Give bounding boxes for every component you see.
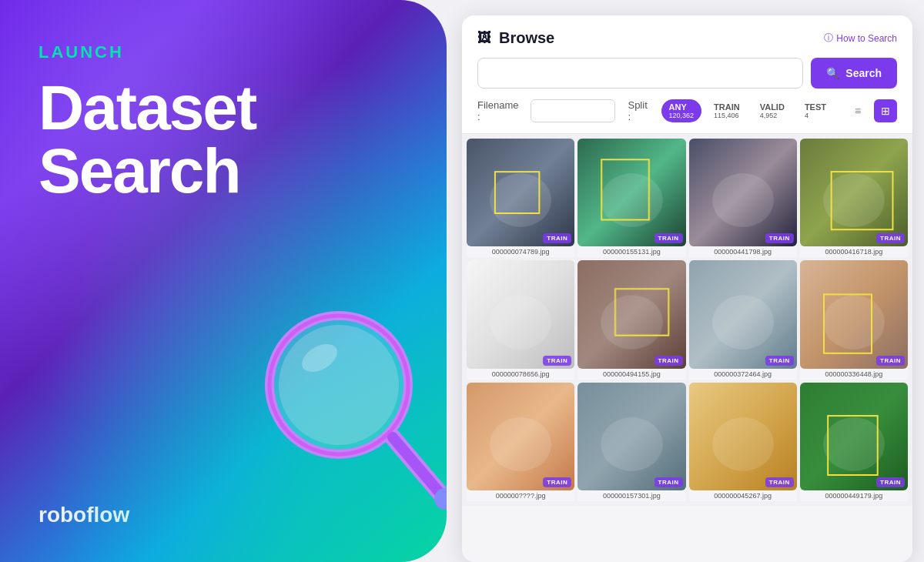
image-filename: 000000078656.jpg [467, 369, 574, 380]
title-line2: Search [38, 135, 240, 206]
magnifier-illustration [246, 300, 447, 516]
image-cell[interactable]: TRAIN [689, 260, 797, 368]
image-item[interactable]: TRAIN000000045267.jpg [689, 383, 797, 501]
image-grid: TRAIN000000074789.jpgTRAIN000000155131.j… [462, 134, 912, 506]
launch-label: LAUNCH [38, 42, 408, 62]
right-panel: 🖼 Browse ⓘ How to Search 🔍 Search Filena… [400, 0, 924, 562]
image-filename: 000000372464.jpg [689, 369, 797, 380]
search-icon: 🔍 [826, 67, 839, 79]
filters-row: Filename : Split : ANY120,362 TRAIN115,4… [477, 99, 897, 133]
train-badge: TRAIN [543, 356, 571, 366]
browse-title: 🖼 Browse [477, 29, 554, 47]
image-item[interactable]: TRAIN000000078656.jpg [467, 260, 574, 379]
image-cell[interactable]: TRAIN [467, 260, 574, 368]
browse-icon: 🖼 [477, 30, 491, 46]
train-badge: TRAIN [765, 233, 794, 243]
split-options: ANY120,362 TRAIN115,406 VALID4,952 TEST4 [661, 99, 834, 122]
left-panel: LAUNCH Dataset Search roboflow [0, 0, 447, 562]
image-cell[interactable]: TRAIN [800, 260, 908, 368]
image-item[interactable]: TRAIN000000372464.jpg [689, 260, 797, 379]
image-item[interactable]: TRAIN000000416718.jpg [800, 139, 908, 257]
search-input[interactable] [477, 58, 803, 89]
image-filename: 000000045267.jpg [689, 490, 797, 501]
train-badge: TRAIN [654, 233, 683, 243]
image-cell[interactable]: TRAIN [578, 139, 685, 246]
image-cell[interactable]: TRAIN [800, 139, 908, 246]
image-filename: 000000074789.jpg [467, 246, 574, 257]
filename-label: Filename : [477, 99, 518, 122]
image-cell[interactable]: TRAIN [467, 383, 574, 490]
image-item[interactable]: TRAIN000000157301.jpg [578, 383, 685, 501]
train-badge: TRAIN [876, 356, 905, 366]
svg-line-4 [393, 437, 443, 497]
search-button[interactable]: 🔍 Search [811, 58, 897, 89]
image-filename: 000000449179.jpg [800, 490, 908, 501]
split-label: Split : [628, 99, 648, 122]
image-filename: 000000416718.jpg [800, 246, 908, 257]
title-line1: Dataset [38, 72, 256, 142]
split-any[interactable]: ANY120,362 [661, 99, 702, 122]
main-title: Dataset Search [38, 76, 408, 202]
train-badge: TRAIN [765, 477, 794, 487]
image-item[interactable]: TRAIN000000155131.jpg [578, 139, 685, 257]
roboflow-brand: roboflow [38, 503, 129, 527]
image-filename: 000000336448.jpg [800, 369, 908, 380]
image-cell[interactable]: TRAIN [578, 260, 685, 368]
image-filename: 000000155131.jpg [578, 246, 685, 257]
svg-point-1 [279, 325, 399, 445]
how-to-search-link[interactable]: ⓘ How to Search [824, 32, 897, 45]
view-toggles: ≡ ⊞ [846, 99, 897, 122]
image-cell[interactable]: TRAIN [578, 383, 685, 490]
image-item[interactable]: TRAIN000000074789.jpg [467, 139, 574, 257]
split-train[interactable]: TRAIN115,406 [706, 99, 748, 122]
split-valid[interactable]: VALID4,952 [752, 99, 792, 122]
list-view-toggle[interactable]: ≡ [846, 99, 869, 122]
image-cell[interactable]: TRAIN [689, 383, 797, 490]
image-item[interactable]: TRAIN000000336448.jpg [800, 260, 908, 379]
image-filename: 000000494155.jpg [578, 369, 685, 380]
browser-window: 🖼 Browse ⓘ How to Search 🔍 Search Filena… [462, 15, 912, 562]
image-filename: 000000157301.jpg [578, 490, 685, 501]
image-item[interactable]: TRAIN000000441798.jpg [689, 139, 797, 257]
help-icon: ⓘ [824, 32, 833, 45]
train-badge: TRAIN [543, 233, 571, 243]
image-cell[interactable]: TRAIN [689, 139, 797, 246]
image-item[interactable]: TRAIN000000????.jpg [467, 383, 574, 501]
filename-input[interactable] [531, 99, 615, 122]
image-cell[interactable]: TRAIN [467, 139, 574, 246]
image-cell[interactable]: TRAIN [800, 383, 908, 490]
train-badge: TRAIN [543, 477, 571, 487]
image-item[interactable]: TRAIN000000449179.jpg [800, 383, 908, 501]
train-badge: TRAIN [765, 356, 794, 366]
train-badge: TRAIN [876, 233, 905, 243]
split-test[interactable]: TEST4 [797, 99, 834, 122]
image-filename: 000000441798.jpg [689, 246, 797, 257]
search-bar-row: 🔍 Search [477, 58, 897, 89]
train-badge: TRAIN [654, 356, 683, 366]
grid-view-toggle[interactable]: ⊞ [874, 99, 897, 122]
train-badge: TRAIN [654, 477, 683, 487]
train-badge: TRAIN [876, 477, 905, 487]
browse-header: 🖼 Browse ⓘ How to Search 🔍 Search Filena… [462, 15, 912, 134]
image-filename: 000000????.jpg [467, 490, 574, 501]
image-item[interactable]: TRAIN000000494155.jpg [578, 260, 685, 379]
